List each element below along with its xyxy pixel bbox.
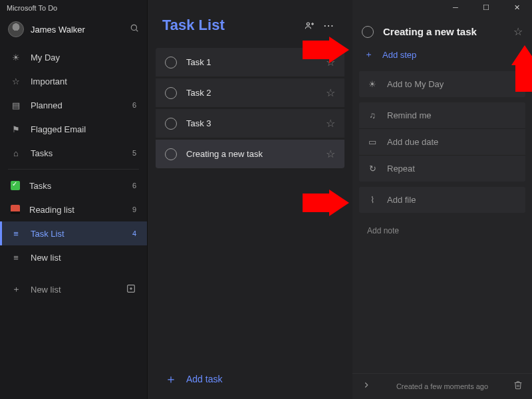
more-button[interactable]: ⋯: [319, 16, 338, 35]
list-newlist[interactable]: ≡ New list: [0, 245, 147, 269]
list-icon: ≡: [11, 229, 21, 239]
task-detail-panel: ─ ☐ ✕ Creating a new task ☆ ＋ Add step ☀…: [352, 0, 532, 399]
nav-my-day[interactable]: ☀ My Day: [0, 45, 147, 69]
search-icon[interactable]: [130, 23, 139, 35]
task-row[interactable]: Task 3 ☆: [156, 109, 344, 138]
list-icon: ≡: [11, 253, 21, 263]
list-label: Reading list: [29, 205, 74, 215]
detail-footer: Created a few moments ago: [352, 373, 532, 399]
star-icon: ☆: [11, 76, 21, 86]
remind-me[interactable]: ♫ Remind me: [359, 102, 525, 129]
list-count: 6: [132, 182, 136, 190]
task-title: Task 1: [186, 57, 317, 67]
nav-label: My Day: [31, 53, 60, 63]
add-task-button[interactable]: ＋ Add task: [148, 359, 352, 399]
plus-icon: ＋: [11, 283, 21, 295]
color-badge-icon: [11, 205, 20, 214]
add-step-button[interactable]: ＋ Add step: [352, 43, 532, 71]
detail-task-title[interactable]: Creating a new task: [383, 26, 504, 37]
star-icon[interactable]: ☆: [326, 56, 335, 68]
smart-lists: ☀ My Day ☆ Important ▤ Planned 6 ⚑ Flagg…: [0, 45, 147, 165]
window-controls: ─ ☐ ✕: [440, 0, 532, 15]
date-options-block: ♫ Remind me ▭ Add due date ↻ Repeat: [359, 102, 525, 182]
task-title: Creating a new task: [186, 149, 317, 159]
svg-point-0: [131, 25, 136, 30]
list-label: New list: [31, 253, 61, 263]
delete-task-button[interactable]: [513, 380, 523, 392]
bell-icon: ♫: [367, 110, 378, 120]
checkbox-badge-icon: [11, 181, 20, 190]
opt-label: Add due date: [387, 137, 438, 147]
list-title[interactable]: Task List: [162, 17, 301, 34]
task-row[interactable]: Task 1 ☆: [156, 48, 344, 77]
list-label: Task List: [31, 229, 65, 239]
plus-icon: ＋: [165, 371, 177, 387]
star-icon[interactable]: ☆: [326, 148, 335, 160]
list-count: 4: [132, 229, 136, 237]
add-step-label: Add step: [382, 50, 416, 60]
add-task-label: Add task: [186, 374, 222, 384]
star-icon[interactable]: ☆: [326, 117, 335, 130]
complete-circle-icon[interactable]: [165, 148, 177, 160]
svg-line-1: [136, 30, 138, 32]
add-note-field[interactable]: Add note: [359, 218, 525, 243]
list-count: 9: [132, 205, 136, 213]
nav-important[interactable]: ☆ Important: [0, 69, 147, 93]
calendar-icon: ▭: [367, 137, 378, 147]
nav-count: 5: [132, 149, 136, 157]
share-button[interactable]: [301, 16, 319, 35]
add-list-label: New list: [31, 285, 61, 295]
opt-label: Add to My Day: [387, 79, 444, 89]
sidebar-divider: [8, 169, 139, 170]
star-icon[interactable]: ☆: [326, 86, 335, 99]
nav-tasks[interactable]: ⌂ Tasks 5: [0, 141, 147, 165]
star-icon[interactable]: ☆: [513, 25, 523, 38]
list-tasklist[interactable]: ≡ Task List 4: [0, 221, 147, 245]
complete-circle-icon[interactable]: [362, 26, 374, 38]
maximize-button[interactable]: ☐: [471, 0, 501, 15]
opt-label: Repeat: [387, 164, 415, 174]
avatar: [8, 21, 24, 37]
nav-label: Planned: [31, 100, 63, 110]
complete-circle-icon[interactable]: [165, 118, 177, 130]
nav-flagged[interactable]: ⚑ Flagged Email: [0, 117, 147, 141]
add-due-date[interactable]: ▭ Add due date: [359, 129, 525, 156]
minimize-button[interactable]: ─: [440, 0, 471, 15]
list-reading[interactable]: Reading list 9: [0, 198, 147, 221]
repeat-icon: ↻: [367, 164, 378, 174]
hide-detail-button[interactable]: [362, 380, 371, 392]
new-group-icon[interactable]: [126, 283, 136, 296]
home-icon: ⌂: [11, 148, 21, 158]
task-row[interactable]: Task 2 ☆: [156, 78, 344, 108]
tasks-area: Task 1 ☆ Task 2 ☆ Task 3 ☆ Creating a ne…: [148, 44, 352, 173]
close-button[interactable]: ✕: [501, 0, 532, 15]
detail-task-header: Creating a new task ☆: [352, 19, 532, 43]
complete-circle-icon[interactable]: [165, 87, 177, 99]
created-text: Created a few moments ago: [376, 382, 508, 390]
complete-circle-icon[interactable]: [165, 57, 177, 68]
add-list-button[interactable]: ＋ New list: [0, 276, 147, 303]
sidebar: Microsoft To Do James Walker ☀ My Day ☆ …: [0, 0, 148, 399]
flag-icon: ⚑: [11, 124, 21, 134]
calendar-icon: ▤: [11, 100, 21, 110]
add-to-my-day[interactable]: ☀ Add to My Day: [359, 71, 525, 97]
nav-label: Tasks: [31, 148, 53, 158]
user-name: James Walker: [31, 25, 123, 35]
list-tasks[interactable]: Tasks 6: [0, 174, 147, 198]
nav-label: Important: [31, 76, 67, 86]
add-file[interactable]: ⌇ Add file: [359, 187, 525, 213]
attachment-icon: ⌇: [367, 195, 378, 205]
file-block: ⌇ Add file: [359, 187, 525, 213]
nav-count: 6: [132, 101, 136, 109]
task-title: Task 3: [186, 118, 317, 128]
nav-planned[interactable]: ▤ Planned 6: [0, 93, 147, 117]
nav-label: Flagged Email: [31, 124, 86, 134]
opt-label: Add file: [387, 195, 416, 205]
sun-icon: ☀: [367, 79, 378, 89]
repeat[interactable]: ↻ Repeat: [359, 156, 525, 182]
sun-icon: ☀: [11, 53, 21, 63]
list-header: Task List ⋯: [148, 0, 352, 44]
task-row[interactable]: Creating a new task ☆: [156, 140, 344, 169]
account-row[interactable]: James Walker: [0, 15, 147, 45]
opt-label: Remind me: [387, 110, 431, 120]
